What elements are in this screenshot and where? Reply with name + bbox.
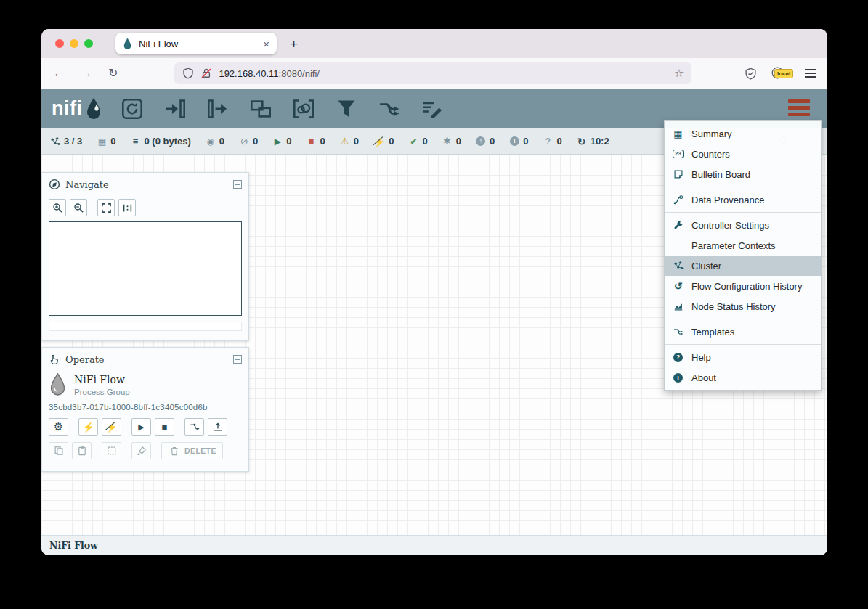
menu-item-summary[interactable]: ▦Summary	[665, 123, 821, 144]
insecure-lock-icon[interactable]	[200, 68, 212, 79]
trash-icon	[168, 445, 180, 457]
minimize-window-button[interactable]	[70, 39, 78, 48]
queued-count-value: 0 (0 bytes)	[145, 136, 191, 147]
operate-edit-row: DELETE	[49, 442, 242, 459]
label-toolbar-item[interactable]	[421, 98, 443, 120]
back-button[interactable]: ←	[53, 68, 65, 79]
transmitting-count: ◉0	[206, 136, 224, 147]
output-port-toolbar-item[interactable]	[207, 98, 229, 120]
tracking-protection-shield-icon[interactable]	[182, 68, 194, 79]
transmitting-count-value: 0	[219, 136, 224, 147]
processor-toolbar-item[interactable]	[121, 98, 143, 120]
url-path: :8080/nifi/	[279, 68, 320, 79]
menu-item-counters[interactable]: 23Counters	[665, 144, 821, 164]
active-threads-count-value: 0	[110, 136, 115, 147]
menu-item-label: Flow Configuration History	[691, 281, 802, 292]
upload-template-button[interactable]	[208, 418, 227, 436]
browser-tab[interactable]: NiFi Flow ×	[115, 33, 277, 54]
copy-button[interactable]	[49, 442, 68, 459]
zoom-out-button[interactable]	[70, 199, 87, 216]
locally-modified-count: ✱0	[442, 136, 461, 147]
operate-header: Operate	[42, 348, 248, 371]
forward-button[interactable]: →	[81, 68, 92, 79]
window-controls	[55, 39, 93, 48]
tab-close-icon[interactable]: ×	[263, 38, 269, 49]
transmitting-icon: ◉	[206, 136, 216, 147]
profile-chip[interactable]: local	[771, 67, 790, 80]
url-bar[interactable]: 192.168.40.11:8080/nifi/ ☆	[174, 62, 691, 84]
no-icon	[672, 240, 684, 251]
zoom-window-button[interactable]	[84, 39, 93, 48]
menu-item-label: Summary	[691, 128, 732, 139]
funnel-toolbar-item[interactable]	[336, 98, 357, 120]
enable-button[interactable]: ⚡	[78, 418, 98, 436]
collapse-operate-button[interactable]	[233, 355, 242, 364]
profile-badge: local	[774, 69, 793, 78]
menu-item-node-status-history[interactable]: Node Status History	[665, 296, 821, 316]
disable-button[interactable]: ⚡	[102, 418, 121, 436]
menu-item-templates[interactable]: Templates	[665, 322, 821, 342]
menu-item-bulletin-board[interactable]: Bulletin Board	[665, 164, 821, 184]
nifi-logo-drop-icon	[85, 97, 102, 120]
stale-count-value: 0	[490, 136, 495, 147]
menu-item-about[interactable]: iAbout	[665, 367, 821, 388]
up-to-date-icon: ✔	[408, 136, 418, 147]
change-color-button[interactable]	[131, 442, 151, 459]
navigation-toolbar: ← → ↻ 192.168.40.11:8080/nifi/ ☆ local	[41, 58, 827, 89]
menu-item-cluster[interactable]: Cluster	[665, 256, 821, 276]
disabled-count: ⚡0	[373, 136, 394, 147]
menu-item-label: Parameter Contexts	[691, 240, 776, 251]
menu-item-parameter-contexts[interactable]: Parameter Contexts	[665, 235, 821, 256]
menu-item-label: About	[691, 372, 716, 383]
connected-nodes-count: 3 / 3	[50, 136, 82, 147]
menu-item-label: Bulletin Board	[691, 169, 750, 180]
locally-modified-count-value: 0	[456, 136, 461, 147]
zoom-actual-size-button[interactable]	[118, 199, 136, 216]
menu-item-label: Templates	[691, 327, 734, 338]
remote-process-group-toolbar-item[interactable]	[293, 98, 315, 120]
bookmark-star-icon[interactable]: ☆	[674, 67, 684, 80]
menu-item-data-provenance[interactable]: Data Provenance	[665, 189, 821, 210]
breadcrumb[interactable]: NiFi Flow	[49, 540, 98, 551]
menu-item-help[interactable]: ?Help	[665, 347, 821, 367]
reload-button[interactable]: ↻	[108, 68, 118, 79]
menu-item-controller-settings[interactable]: Controller Settings	[665, 215, 821, 235]
new-tab-button[interactable]: +	[290, 37, 298, 51]
template-toolbar-item[interactable]	[378, 98, 400, 120]
create-template-button[interactable]	[184, 418, 204, 436]
breadcrumb-bar: NiFi Flow	[41, 535, 827, 555]
zoom-fit-button[interactable]	[97, 199, 115, 216]
birdseye-minimap[interactable]	[49, 221, 242, 316]
input-port-toolbar-item[interactable]	[164, 98, 186, 120]
up-to-date-count-value: 0	[422, 136, 427, 147]
browser-menu-button[interactable]	[805, 69, 816, 78]
close-window-button[interactable]	[55, 39, 64, 48]
zoom-in-button[interactable]	[49, 199, 66, 216]
protections-badge-icon[interactable]	[745, 68, 757, 80]
stopped-count-value: 0	[320, 136, 325, 147]
stale-icon: ↑	[476, 136, 486, 147]
help-icon: ?	[672, 351, 684, 363]
operate-component-id: 35cbd3b7-017b-1000-8bff-1c3405c00d6b	[49, 403, 242, 412]
menu-divider	[665, 187, 821, 187]
delete-button[interactable]: DELETE	[161, 442, 223, 459]
cluster-icon	[672, 260, 684, 271]
global-menu-button[interactable]	[788, 99, 810, 116]
stop-button[interactable]: ■	[155, 418, 174, 436]
configuration-button[interactable]: ⚙	[49, 418, 68, 436]
collapse-navigate-button[interactable]	[233, 180, 242, 189]
birdseye-strip	[49, 322, 242, 331]
queued-count: ≡0 (0 bytes)	[131, 136, 191, 147]
menu-item-flow-configuration-history[interactable]: ↺Flow Configuration History	[665, 276, 821, 296]
menu-item-label: Node Status History	[691, 301, 776, 312]
invalid-count: ⚠0	[340, 136, 359, 147]
url-text: 192.168.40.11:8080/nifi/	[219, 68, 674, 79]
tab-title: NiFi Flow	[139, 38, 263, 49]
up-to-date-count: ✔0	[408, 136, 427, 147]
start-button[interactable]: ▶	[131, 418, 151, 436]
invalid-count-value: 0	[354, 136, 359, 147]
process-group-toolbar-item[interactable]	[250, 98, 272, 120]
nifi-logo-text: nifi	[52, 97, 83, 120]
group-button[interactable]	[102, 442, 121, 459]
paste-button[interactable]	[72, 442, 92, 459]
